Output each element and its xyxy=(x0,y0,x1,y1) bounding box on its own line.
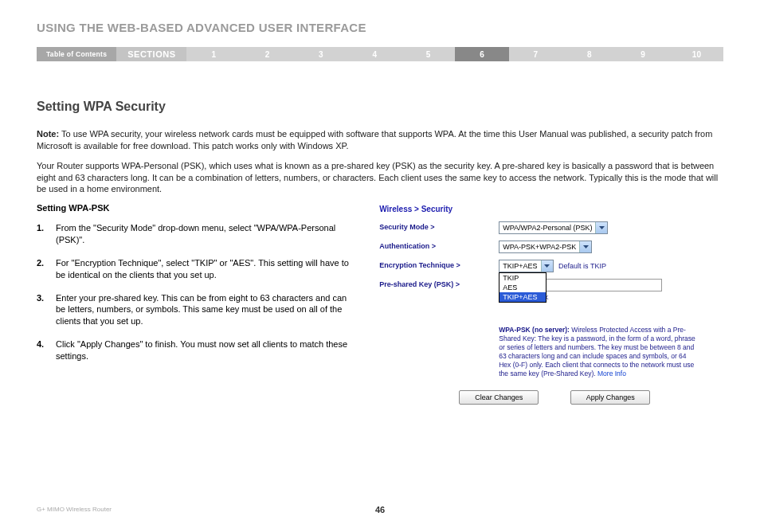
encryption-value: TKIP+AES xyxy=(499,262,540,270)
section-nav: Table of Contents SECTIONS 12345678910 xyxy=(37,47,723,61)
step-item: 3.Enter your pre-shared key. This can be… xyxy=(37,292,357,328)
psk-label: Pre-shared Key (PSK) > xyxy=(379,279,499,288)
panel-breadcrumb: Wireless > Security xyxy=(379,205,723,213)
security-mode-value: WPA/WPA2-Personal (PSK) xyxy=(499,224,595,232)
svg-marker-1 xyxy=(583,245,589,248)
note-label: Note: xyxy=(37,129,59,139)
more-info-link[interactable]: More Info xyxy=(597,370,626,377)
authentication-value: WPA-PSK+WPA2-PSK xyxy=(499,243,579,251)
step-number: 4. xyxy=(37,338,56,362)
page-number: 46 xyxy=(375,505,385,514)
steps-list: 1.From the "Security Mode" drop-down men… xyxy=(37,222,357,362)
step-item: 4.Click "Apply Changes" to finish. You m… xyxy=(37,338,357,362)
security-panel-screenshot: Wireless > Security Security Mode > WPA/… xyxy=(376,203,723,404)
section-link-6[interactable]: 6 xyxy=(455,47,508,61)
section-link-4[interactable]: 4 xyxy=(348,47,402,61)
sections-label: SECTIONS xyxy=(116,47,186,61)
encryption-dropdown-list[interactable]: TKIPAESTKIP+AES xyxy=(499,272,546,303)
chevron-down-icon[interactable] xyxy=(579,241,591,252)
section-link-2[interactable]: 2 xyxy=(241,47,294,61)
authentication-label: Authentication > xyxy=(379,241,499,250)
product-name: G+ MIMO Wireless Router xyxy=(37,506,112,513)
section-link-9[interactable]: 9 xyxy=(616,47,669,61)
clear-changes-button[interactable]: Clear Changes xyxy=(459,390,539,405)
step-number: 1. xyxy=(37,222,56,246)
encryption-option[interactable]: AES xyxy=(499,283,545,292)
panel-help-text: WPA-PSK (no server): Wireless Protected … xyxy=(499,326,698,378)
encryption-option[interactable]: TKIP+AES xyxy=(499,292,545,302)
chapter-title: USING THE WEB-BASED ADVANCED USER INTERF… xyxy=(37,21,723,34)
security-mode-select[interactable]: WPA/WPA2-Personal (PSK) xyxy=(499,221,608,234)
step-text: Click "Apply Changes" to finish. You mus… xyxy=(56,338,357,362)
svg-marker-0 xyxy=(599,226,605,229)
section-link-8[interactable]: 8 xyxy=(562,47,616,61)
section-link-1[interactable]: 1 xyxy=(186,47,240,61)
note-text: To use WPA security, your wireless netwo… xyxy=(37,129,712,151)
toc-link[interactable]: Table of Contents xyxy=(37,47,116,61)
chevron-down-icon[interactable] xyxy=(595,222,607,233)
subsection-heading: Setting WPA-PSK xyxy=(37,203,357,213)
apply-changes-button[interactable]: Apply Changes xyxy=(570,390,650,405)
section-heading: Setting WPA Security xyxy=(37,100,723,114)
svg-marker-2 xyxy=(544,264,550,268)
encryption-label: Encryption Technique > xyxy=(379,260,499,269)
step-item: 2.For "Encryption Technique", select "TK… xyxy=(37,257,357,281)
step-number: 2. xyxy=(37,257,56,281)
intro-paragraph: Your Router supports WPA-Personal (PSK),… xyxy=(37,160,723,196)
step-text: Enter your pre-shared key. This can be f… xyxy=(56,292,357,328)
section-link-10[interactable]: 10 xyxy=(670,47,723,61)
encryption-default-note: Default is TKIP xyxy=(558,262,606,270)
step-text: From the "Security Mode" drop-down menu,… xyxy=(56,222,357,246)
authentication-select[interactable]: WPA-PSK+WPA2-PSK xyxy=(499,241,592,253)
step-text: For "Encryption Technique", select "TKIP… xyxy=(56,257,357,281)
step-number: 3. xyxy=(37,292,56,328)
encryption-select[interactable]: TKIP+AES xyxy=(499,260,553,272)
security-mode-label: Security Mode > xyxy=(379,221,499,231)
section-link-7[interactable]: 7 xyxy=(509,47,562,61)
help-title: WPA-PSK (no server): xyxy=(499,326,570,334)
note-paragraph: Note: To use WPA security, your wireless… xyxy=(37,128,723,152)
chevron-down-icon[interactable] xyxy=(541,260,553,272)
section-link-5[interactable]: 5 xyxy=(402,47,455,61)
encryption-option[interactable]: TKIP xyxy=(499,273,545,283)
section-link-3[interactable]: 3 xyxy=(294,47,347,61)
step-item: 1.From the "Security Mode" drop-down men… xyxy=(37,222,357,246)
